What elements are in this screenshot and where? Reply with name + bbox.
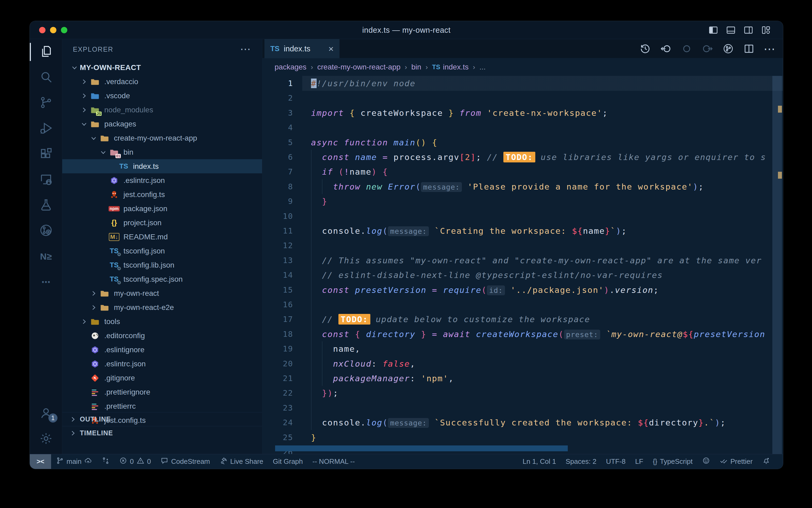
status-live-share[interactable]: Live Share — [215, 454, 268, 469]
open-previous-change-icon[interactable] — [660, 42, 672, 55]
activity-nx-console[interactable]: N≥ — [30, 244, 62, 269]
tree-item-label: .eslintrc.json — [124, 176, 165, 185]
tree-item-tsconfig.spec.json[interactable]: TS⚙tsconfig.spec.json — [62, 272, 262, 286]
status-eol[interactable]: LF — [630, 454, 648, 469]
activity-source-control[interactable] — [30, 90, 62, 116]
code-line: } — [262, 194, 783, 209]
code-line — [262, 297, 783, 312]
timeline-history-icon[interactable] — [639, 42, 652, 55]
status-problems[interactable]: 00 — [114, 454, 156, 469]
activity-more-views[interactable]: ⋯ — [30, 269, 62, 295]
next-change-icon[interactable] — [701, 42, 714, 55]
status-feedback[interactable] — [697, 454, 715, 469]
npm-icon: npm — [108, 203, 120, 214]
more-actions-icon[interactable]: ⋯ — [763, 42, 776, 55]
activity-gitlens[interactable] — [30, 218, 62, 244]
breadcrumb-item[interactable]: bin — [411, 63, 421, 71]
status-encoding[interactable]: UTF-8 — [601, 454, 630, 469]
overview-todo-marker — [778, 172, 782, 179]
timeline-section[interactable]: TIMELINE — [62, 426, 262, 440]
status-codestream[interactable]: CodeStream — [156, 454, 215, 469]
status-label: UTF-8 — [606, 457, 626, 466]
folder-icon — [89, 76, 101, 87]
activity-explorer[interactable] — [30, 39, 62, 65]
status-language-mode[interactable]: {}TypeScript — [648, 454, 698, 469]
tree-item-label: bin — [124, 148, 133, 157]
activity-settings[interactable] — [30, 426, 62, 452]
status-remote-indicator[interactable]: >< — [30, 454, 51, 469]
tree-item-package.json[interactable]: npmpackage.json — [62, 202, 262, 216]
activity-extensions[interactable] — [30, 141, 62, 167]
account-badge: 1 — [48, 414, 57, 423]
status-label: 0 — [147, 457, 151, 466]
status-notifications[interactable] — [758, 454, 775, 469]
tree-item-.editorconfig[interactable]: .editorconfig — [62, 329, 262, 343]
status-vim-mode[interactable]: -- NORMAL -- — [307, 454, 360, 469]
tree-item-README.md[interactable]: M↓README.md — [62, 230, 262, 244]
toggle-panel-icon[interactable] — [725, 25, 736, 35]
breadcrumb-item[interactable]: create-my-own-react-app — [318, 63, 401, 71]
horizontal-scrollbar[interactable] — [275, 446, 568, 451]
tree-item-label: package.json — [124, 205, 168, 213]
status-git-branch[interactable]: main — [51, 454, 97, 469]
vertical-scrollbar[interactable] — [772, 76, 782, 454]
tree-item-my-own-react[interactable]: my-own-react — [62, 286, 262, 300]
tree-item-my-own-react-e2e[interactable]: my-own-react-e2e — [62, 300, 262, 314]
testing-icon — [39, 198, 53, 213]
code-line: nxCloud: false, — [262, 356, 783, 371]
tree-item-jest.config.ts[interactable]: jest.config.ts — [62, 187, 262, 202]
tree-item-label: .vscode — [104, 92, 130, 100]
tree-item-node_modules[interactable]: JSnode_modules — [62, 103, 262, 117]
breadcrumb-item[interactable]: ... — [479, 63, 485, 71]
open-changes-icon[interactable] — [722, 42, 734, 55]
code-line: if (!name) { — [262, 164, 783, 179]
outline-section[interactable]: OUTLINE — [62, 412, 262, 426]
explorer-title: EXPLORER — [73, 46, 113, 53]
toggle-primary-sidebar-icon[interactable] — [708, 25, 719, 35]
tree-item-.vscode[interactable]: .vscode — [62, 89, 262, 103]
status-git-graph[interactable]: Git Graph — [268, 454, 308, 469]
status-git-compare[interactable] — [97, 454, 114, 469]
explorer-more-actions-icon[interactable]: ⋯ — [240, 43, 251, 55]
overview-todo-marker — [778, 106, 782, 113]
status-cursor-position[interactable]: Ln 1, Col 1 — [518, 454, 561, 469]
tree-item-create-my-own-react-app[interactable]: create-my-own-react-app — [62, 131, 262, 145]
breadcrumb-item[interactable]: index.ts — [443, 63, 469, 71]
status-label: LF — [635, 457, 643, 466]
tree-item-.verdaccio[interactable]: .verdaccio — [62, 75, 262, 89]
tree-item-.eslintrc.json[interactable]: .eslintrc.json — [62, 357, 262, 371]
status-prettier[interactable]: Prettier — [715, 454, 758, 469]
tree-item-.eslintrc.json[interactable]: .eslintrc.json — [62, 173, 262, 187]
status-indentation[interactable]: Spaces: 2 — [561, 454, 601, 469]
tree-item-.gitignore[interactable]: .gitignore — [62, 371, 262, 385]
tree-item-index.ts[interactable]: TSindex.ts — [62, 159, 262, 173]
tree-item-.prettierignore[interactable]: .prettierignore — [62, 385, 262, 399]
status-label: Git Graph — [273, 457, 303, 466]
tree-item-packages[interactable]: packages — [62, 117, 262, 131]
previous-change-icon[interactable] — [680, 42, 693, 55]
tree-item-bin[interactable]: 01bin — [62, 145, 262, 159]
tree-item-tools[interactable]: tools — [62, 314, 262, 329]
code-editor[interactable]: 1234567891011121314151617181920212223242… — [262, 76, 783, 454]
tree-item-.prettierrc[interactable]: .prettierrc — [62, 399, 262, 413]
tab-close-icon[interactable]: × — [328, 44, 334, 53]
tree-item-project.json[interactable]: {}project.json — [62, 216, 262, 230]
tree-item-MY-OWN-REACT[interactable]: MY-OWN-REACT — [62, 60, 262, 75]
activity-remote-explorer[interactable] — [30, 167, 62, 193]
activity-run-debug[interactable] — [30, 116, 62, 141]
tab-index-ts[interactable]: TS index.ts × — [265, 39, 339, 58]
split-editor-icon[interactable] — [743, 42, 755, 55]
tree-item-.eslintignore[interactable]: .eslintignore — [62, 343, 262, 357]
code-line: const { directory } = await createWorksp… — [262, 327, 783, 342]
customize-layout-icon[interactable] — [761, 25, 771, 35]
breadcrumb-item[interactable]: packages — [275, 63, 306, 71]
activity-testing[interactable] — [30, 193, 62, 218]
tree-item-tsconfig.lib.json[interactable]: TS⚙tsconfig.lib.json — [62, 258, 262, 272]
more-views-icon: ⋯ — [42, 277, 51, 287]
tree-item-tsconfig.json[interactable]: TS⚙tsconfig.json — [62, 244, 262, 258]
activity-accounts[interactable]: 1 — [30, 401, 62, 426]
activity-search[interactable] — [30, 65, 62, 90]
toggle-secondary-sidebar-icon[interactable] — [743, 25, 754, 35]
code-line — [262, 90, 783, 105]
run-debug-icon — [39, 121, 53, 136]
